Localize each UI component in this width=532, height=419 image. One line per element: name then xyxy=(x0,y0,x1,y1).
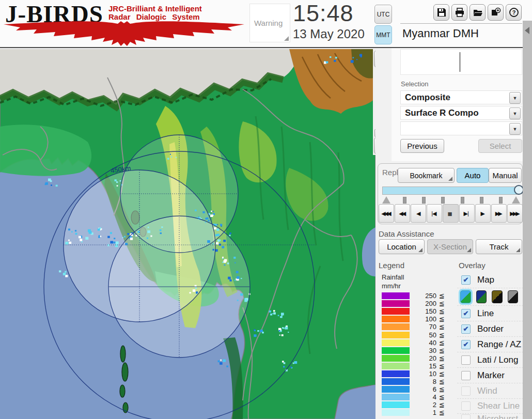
select-button[interactable]: Select xyxy=(478,139,522,153)
legend-suffix: ≦ xyxy=(439,385,445,393)
legend-swatch xyxy=(382,292,410,299)
step-back-button[interactable]: |◀ xyxy=(427,204,442,223)
overlay-item-lati-long[interactable]: Lati / Long xyxy=(457,352,523,368)
open-folder-button[interactable] xyxy=(470,4,486,21)
map-style-row xyxy=(457,288,523,306)
slider-start-marker[interactable] xyxy=(382,196,390,204)
overlay-item-label: Range / AZ xyxy=(477,339,521,350)
product-type-combo[interactable]: Composite ▼ xyxy=(400,90,522,104)
legend-suffix: ≦ xyxy=(439,347,445,354)
playback-bar: ◀◀◀ ◀◀ ◀ |◀ ■ ▶| ▶ ▶▶ ▶▶▶ xyxy=(379,204,523,223)
utc-button[interactable]: UTC xyxy=(374,5,392,24)
help-button[interactable]: ? xyxy=(506,4,522,21)
checkbox-icon[interactable]: ✔ xyxy=(461,309,471,318)
legend-value: 1 xyxy=(410,409,436,416)
image-add-icon xyxy=(491,7,501,18)
auto-button[interactable]: Auto xyxy=(457,168,489,183)
legend-row: 100≦ xyxy=(382,315,459,323)
chevron-down-icon[interactable]: ▼ xyxy=(509,107,521,119)
play-reverse-button[interactable]: ◀ xyxy=(411,204,426,223)
overlay-item-range-az[interactable]: ✔ Range / AZ xyxy=(457,337,523,352)
checkbox-icon[interactable]: ✔ xyxy=(461,324,471,334)
legend-row: 200≦ xyxy=(382,300,459,307)
sub-product-combo[interactable]: ▼ xyxy=(400,121,522,135)
step-forward-button[interactable]: ▶| xyxy=(459,204,475,223)
legend-suffix: ≦ xyxy=(439,339,445,347)
bookmark-menu-icon xyxy=(448,177,452,181)
overlay-item-label: Microburst xyxy=(477,414,518,419)
panel-separator xyxy=(400,23,522,24)
overlay-item-label: Marker xyxy=(477,370,505,381)
legend-swatch xyxy=(382,394,410,400)
map-style-terrain[interactable] xyxy=(460,290,471,303)
header: J-BIRDS JRC-Brilliant & Intelligent Rada… xyxy=(0,0,532,48)
bookmark-button[interactable]: Bookmark xyxy=(398,168,455,183)
xsection-button[interactable]: X-Section xyxy=(427,239,473,254)
checkbox-icon[interactable]: ✔ xyxy=(461,275,471,285)
legend-suffix: ≦ xyxy=(439,378,445,385)
play-button[interactable]: ▶ xyxy=(475,204,491,223)
product-combo[interactable]: Surface R Compo ▼ xyxy=(400,106,522,120)
station-name: Myanmar DMH xyxy=(402,27,479,40)
save-button[interactable] xyxy=(433,4,449,21)
replay-group: Replay Bookmark Auto Manual ◀◀◀ ◀◀ ◀ |◀ … xyxy=(378,163,523,224)
print-button[interactable] xyxy=(451,4,467,21)
legend-row: 150≦ xyxy=(382,307,459,315)
legend-swatch xyxy=(382,363,410,369)
overlay-item-line[interactable]: ✔ Line xyxy=(457,306,523,321)
radar-map[interactable]: 450km xyxy=(0,49,375,419)
chevron-down-icon[interactable]: ▼ xyxy=(509,92,521,104)
location-menu-icon xyxy=(418,248,423,252)
legend-row: 250≦ xyxy=(382,292,459,300)
text-cursor xyxy=(460,52,460,72)
checkbox-icon[interactable] xyxy=(461,371,471,380)
chevron-down-icon[interactable]: ▼ xyxy=(509,123,521,135)
overlay-item-label: Map xyxy=(477,275,494,285)
map-style-dark-blue[interactable] xyxy=(476,290,487,303)
warning-panel[interactable]: Warning xyxy=(249,4,290,42)
legend-row: 70≦ xyxy=(382,323,459,331)
time-slider[interactable] xyxy=(382,187,520,195)
checkbox-icon[interactable]: ✔ xyxy=(461,340,471,349)
map-style-olive[interactable] xyxy=(492,290,503,303)
legend-swatch xyxy=(382,332,410,338)
print-icon xyxy=(455,7,465,18)
legend-row: 30≦ xyxy=(382,347,459,354)
warning-expand-icon xyxy=(284,36,289,41)
overlay-item-shear-line: Shear Line xyxy=(457,399,523,414)
legend-row: 6≦ xyxy=(382,385,459,393)
legend-suffix: ≦ xyxy=(439,401,445,409)
xsection-label: X-Section xyxy=(433,242,467,251)
skip-to-start-button[interactable]: ◀◀◀ xyxy=(379,204,394,223)
panel-collapse-strip[interactable] xyxy=(523,21,532,419)
capture-add-button[interactable] xyxy=(488,4,504,21)
product-type-value: Composite xyxy=(405,92,450,103)
stop-button[interactable]: ■ xyxy=(443,204,458,223)
overlay-item-border[interactable]: ✔ Border xyxy=(457,321,523,337)
legend-value: 20 xyxy=(410,354,436,362)
fast-forward-button[interactable]: ▶▶ xyxy=(491,204,507,223)
slider-end-marker[interactable] xyxy=(512,196,520,204)
manual-button[interactable]: Manual xyxy=(489,168,522,183)
overlay-item-label: Border xyxy=(477,324,504,334)
save-icon xyxy=(436,7,447,18)
overlay-item-map[interactable]: ✔ Map xyxy=(457,272,523,288)
mmt-button[interactable]: MMT xyxy=(374,25,392,44)
location-button[interactable]: Location xyxy=(379,239,425,254)
legend-suffix: ≦ xyxy=(439,370,445,378)
fast-rewind-button[interactable]: ◀◀ xyxy=(395,204,410,223)
skip-to-end-button[interactable]: ▶▶▶ xyxy=(507,204,523,223)
track-menu-icon xyxy=(516,248,520,252)
station-input[interactable] xyxy=(400,49,522,75)
map-style-gray[interactable] xyxy=(508,290,519,303)
legend-suffix: ≦ xyxy=(439,300,445,307)
checkbox-icon[interactable] xyxy=(461,355,471,365)
clock-date: 13 May 2020 xyxy=(293,27,365,41)
legend-value: 30 xyxy=(410,347,436,354)
overlay-item-wind[interactable]: Wind xyxy=(457,383,523,399)
legend-row: 40≦ xyxy=(382,339,459,347)
legend-swatch xyxy=(382,347,410,354)
previous-button[interactable]: Previous xyxy=(400,139,444,153)
overlay-item-marker[interactable]: Marker xyxy=(457,368,523,383)
track-button[interactable]: Track xyxy=(476,239,522,254)
